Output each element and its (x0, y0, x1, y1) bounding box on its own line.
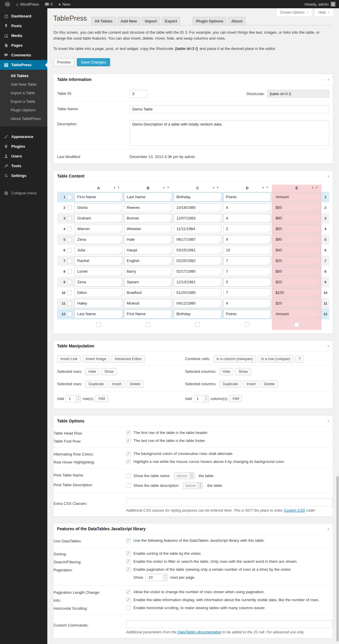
cell-input-C6[interactable]: 03/15/1991 (174, 246, 222, 255)
column-checkbox-B[interactable]: ✓ (146, 322, 150, 327)
collapse-panel-icon[interactable]: ▴ (327, 419, 329, 423)
row-checkbox[interactable]: ✓ (67, 290, 72, 295)
cell-input-B8[interactable]: Barry (124, 267, 172, 276)
cell-input-C7[interactable]: 02/25/1982 (174, 256, 222, 265)
print-name-checkbox[interactable]: ✓ (126, 473, 131, 478)
insert-image-button[interactable]: Insert Image (83, 355, 109, 362)
cell-input-B11[interactable]: Mcleod (124, 299, 172, 308)
columns-hide-button[interactable]: Hide (219, 368, 234, 375)
spinner-arrows-icon[interactable]: ▴▾ (76, 395, 80, 402)
cell-input-A1[interactable]: First Name (75, 193, 122, 201)
cell-input-D8[interactable]: 7 (223, 267, 271, 276)
cell-input-D5[interactable]: 9 (223, 235, 271, 244)
cell-input-E10[interactable]: $100 (273, 288, 321, 297)
row-checkbox[interactable]: ✓ (67, 227, 72, 231)
sidebar-item-settings[interactable]: Settings (0, 171, 47, 180)
row-checkbox[interactable]: ✓ (67, 195, 72, 199)
submenu-import-a-table[interactable]: Import a Table (0, 89, 47, 97)
columns-insert-button[interactable]: Insert (243, 380, 259, 388)
cell-input-A9[interactable]: Zena (75, 278, 122, 287)
cell-input-A4[interactable]: Warren (75, 225, 122, 233)
tab-about[interactable]: About (228, 17, 246, 25)
cell-input-C5[interactable]: 06/17/1987 (174, 235, 222, 244)
cell-input-D6[interactable]: 10 (223, 246, 271, 255)
rows-insert-button[interactable]: Insert (109, 380, 125, 388)
columns-delete-button[interactable]: Delete (261, 380, 278, 388)
sort-desc-icon[interactable]: ▼ (217, 186, 219, 189)
tab-add-new[interactable]: Add New (117, 17, 140, 25)
combine-colspan-button[interactable]: in a row (colspan) (258, 355, 294, 362)
cell-input-D9[interactable]: 5 (223, 278, 271, 287)
add-rows-button[interactable]: Add (95, 395, 108, 402)
cell-input-B5[interactable]: Hale (124, 235, 172, 244)
cell-input-D12[interactable]: Points (223, 310, 271, 318)
collapse-menu-button[interactable]: Collapse menu (0, 188, 47, 198)
sidebar-item-comments[interactable]: Comments (0, 50, 47, 60)
sort-desc-icon[interactable]: ▼ (167, 186, 169, 189)
sort-asc-icon[interactable]: ▲ (163, 186, 165, 189)
cell-input-D1[interactable]: Points (223, 193, 271, 201)
cell-input-A7[interactable]: Rachel (75, 256, 122, 265)
avatar[interactable] (331, 2, 335, 6)
column-checkbox-E[interactable]: ✓ (294, 322, 299, 327)
new-content-menu[interactable]: + New (56, 0, 73, 8)
use-datatables-checkbox[interactable]: ✓ (126, 538, 131, 543)
help-button[interactable]: Help ▼ (314, 8, 334, 17)
tab-export[interactable]: Export (162, 17, 180, 25)
cell-input-A8[interactable]: Lionel (75, 267, 122, 276)
row-checkbox[interactable]: ✓ (67, 269, 72, 274)
description-textarea[interactable]: Demo Description of a table with totally… (130, 120, 329, 146)
sidebar-item-dashboard[interactable]: Dashboard (0, 11, 47, 21)
cell-input-C8[interactable]: 02/17/1980 (174, 267, 222, 276)
cell-input-A3[interactable]: Graham (75, 214, 122, 223)
collapse-panel-icon[interactable]: ▴ (327, 526, 329, 531)
rows-hide-button[interactable]: Hide (85, 368, 99, 375)
cell-input-B4[interactable]: Wheeler (124, 225, 172, 233)
info-checkbox[interactable]: ✓ (126, 598, 131, 602)
head-row-checkbox[interactable]: ✓ (126, 430, 131, 435)
comments-menu[interactable]: 0 (42, 0, 55, 8)
spinner-arrows-icon[interactable]: ▴▾ (204, 395, 209, 402)
shortcode-inline[interactable]: [table id=3 /] (173, 46, 199, 51)
cell-input-A2[interactable]: Gloria (75, 203, 122, 212)
column-header-D[interactable]: D▲▼ (222, 185, 272, 192)
row-checkbox[interactable]: ✓ (67, 248, 72, 253)
cell-input-C12[interactable]: Birthday (174, 310, 222, 318)
sort-asc-icon[interactable]: ▲ (311, 186, 314, 189)
print-description-position-select[interactable]: below▴▾ (183, 482, 203, 489)
sidebar-item-appearance[interactable]: Appearance (0, 132, 47, 142)
cell-input-C4[interactable]: 11/11/1984 (174, 225, 222, 233)
rows-show-button[interactable]: Show (101, 368, 117, 375)
row-hover-checkbox[interactable]: ✓ (126, 459, 131, 464)
pagination-length-checkbox[interactable]: ✓ (126, 590, 131, 594)
datatables-header[interactable]: Features of the DataTables JavaScript li… (54, 523, 333, 534)
cell-input-D2[interactable]: 4 (223, 203, 271, 212)
collapse-panel-icon[interactable]: ▴ (327, 77, 329, 81)
preview-button[interactable]: Preview (53, 58, 75, 66)
table-id-input[interactable] (130, 90, 148, 98)
advanced-editor-button[interactable]: Advanced Editor (111, 355, 145, 362)
sidebar-item-tablepress[interactable]: TablePress (0, 60, 47, 70)
submenu-all-tables[interactable]: All Tables (0, 71, 47, 80)
cell-input-E7[interactable]: $20 (273, 256, 321, 265)
cell-input-E6[interactable]: $40 (273, 246, 321, 255)
print-name-position-select[interactable]: above▴▾ (174, 472, 194, 479)
cell-input-B2[interactable]: Reeves (124, 203, 172, 212)
add-columns-button[interactable]: Add (229, 395, 242, 402)
search-checkbox[interactable]: ✓ (126, 559, 131, 564)
cell-input-E1[interactable]: Amount (273, 193, 321, 201)
cell-input-E8[interactable]: $50 (273, 267, 321, 276)
cell-input-E5[interactable]: $90 (273, 235, 321, 244)
combine-rowspan-button[interactable]: in a column (rowspan) (213, 355, 256, 362)
scrollbar-thumb[interactable] (336, 476, 339, 642)
cell-input-B7[interactable]: English (124, 256, 172, 265)
cell-input-B10[interactable]: Bradford (124, 288, 172, 297)
column-header-A[interactable]: A▲▼ (74, 185, 123, 192)
column-checkbox-A[interactable]: ✓ (96, 322, 101, 327)
row-checkbox[interactable]: ✓ (67, 301, 72, 306)
cell-input-B9[interactable]: Spears (124, 278, 172, 287)
column-header-E[interactable]: E▲▼ (272, 185, 322, 192)
cell-input-B12[interactable]: First Name (124, 310, 172, 318)
add-columns-stepper[interactable]: 1 ▴▾ (194, 395, 209, 402)
screen-options-button[interactable]: Screen Options ▼ (276, 8, 313, 17)
